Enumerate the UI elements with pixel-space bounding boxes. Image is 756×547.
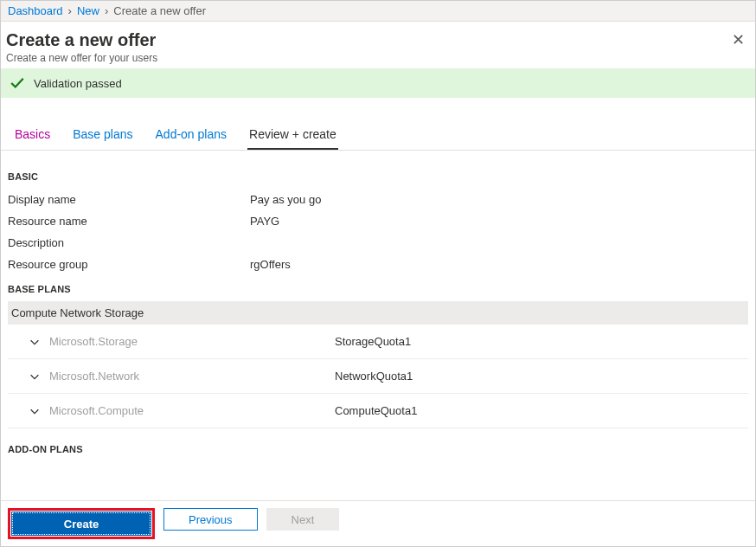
base-plan-name: Compute Network Storage [8,301,748,325]
row-resource-group: Resource group rgOffers [8,254,748,275]
quota-row-storage[interactable]: Microsoft.Storage StorageQuota1 [8,325,748,359]
label-resource-name: Resource name [8,215,250,228]
checkmark-icon [10,75,25,91]
wizard-footer: Create Previous Next [1,500,755,546]
chevron-right-icon: › [68,4,72,17]
label-description: Description [8,236,250,249]
quota-service: Microsoft.Storage [49,335,335,348]
create-button-highlight: Create [8,508,155,539]
page-title: Create a new offer [6,30,750,50]
close-icon: ✕ [732,31,745,48]
tab-base-plans[interactable]: Base plans [71,122,134,150]
value-display-name: Pay as you go [250,193,321,206]
breadcrumb-link-new[interactable]: New [77,4,99,17]
section-title-baseplans: BASE PLANS [8,284,748,294]
quota-name: StorageQuota1 [335,335,411,348]
page-subtitle: Create a new offer for your users [6,52,750,64]
row-resource-name: Resource name PAYG [8,210,748,232]
label-display-name: Display name [8,193,250,206]
quota-row-compute[interactable]: Microsoft.Compute ComputeQuota1 [8,394,748,428]
next-button: Next [266,508,340,531]
previous-button[interactable]: Previous [163,508,258,531]
quota-name: ComputeQuota1 [335,404,417,417]
create-button[interactable]: Create [12,512,151,535]
quota-service: Microsoft.Compute [49,404,335,417]
close-button[interactable]: ✕ [732,30,745,49]
value-resource-group: rgOffers [250,258,291,271]
section-title-basic: BASIC [8,171,748,182]
label-resource-group: Resource group [8,258,250,271]
validation-banner: Validation passed [1,68,755,98]
breadcrumb-current: Create a new offer [113,4,206,17]
chevron-down-icon [29,336,41,348]
wizard-tabs: Basics Base plans Add-on plans Review + … [1,122,755,151]
tab-basics[interactable]: Basics [13,122,52,150]
row-display-name: Display name Pay as you go [8,189,748,210]
quota-service: Microsoft.Network [49,370,335,383]
section-title-addonplans: ADD-ON PLANS [8,444,748,454]
breadcrumb: Dashboard › New › Create a new offer [1,1,755,22]
chevron-down-icon [29,405,41,417]
page-header: Create a new offer Create a new offer fo… [1,22,755,68]
breadcrumb-link-dashboard[interactable]: Dashboard [8,4,63,17]
value-resource-name: PAYG [250,215,279,228]
review-content: BASIC Display name Pay as you go Resourc… [1,151,755,497]
tab-review-create[interactable]: Review + create [247,122,338,150]
tab-addon-plans[interactable]: Add-on plans [154,122,229,150]
quota-name: NetworkQuota1 [335,370,413,383]
validation-message: Validation passed [34,77,122,90]
chevron-down-icon [29,370,41,383]
quota-row-network[interactable]: Microsoft.Network NetworkQuota1 [8,359,748,394]
row-description: Description [8,232,748,254]
chevron-right-icon: › [105,4,108,17]
